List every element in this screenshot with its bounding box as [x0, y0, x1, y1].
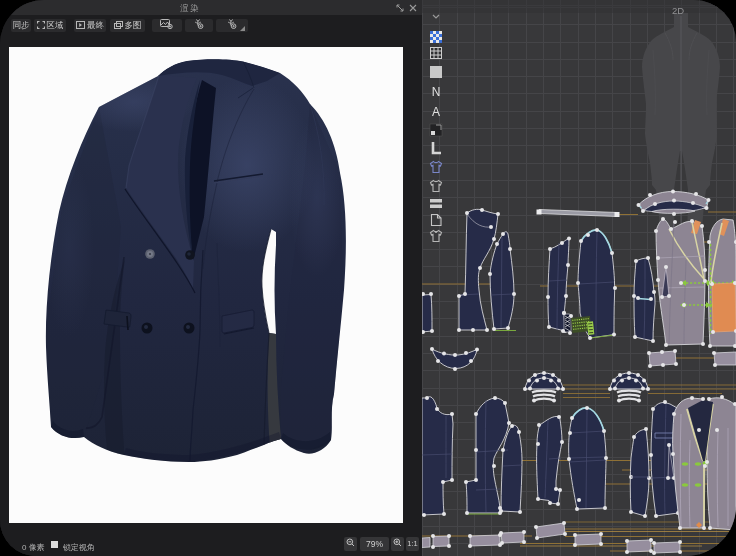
svg-text:N: N — [432, 85, 441, 99]
svg-text:A: A — [432, 105, 440, 119]
